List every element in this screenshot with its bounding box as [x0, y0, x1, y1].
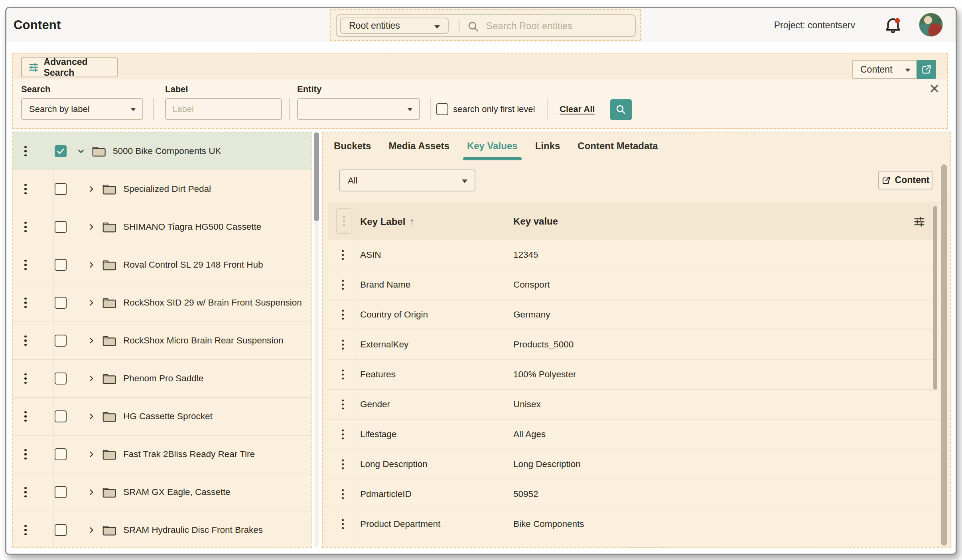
- tree-row[interactable]: SHIMANO Tiagra HG500 Cassette: [13, 208, 311, 246]
- user-avatar[interactable]: [919, 13, 943, 37]
- checkbox[interactable]: [55, 448, 67, 460]
- tree-row[interactable]: SRAM GX Eagle, Cassette: [13, 473, 311, 511]
- kebab-menu-icon[interactable]: [337, 280, 348, 290]
- table-row-partial[interactable]: [328, 539, 938, 548]
- key-filter-dropdown[interactable]: All: [339, 170, 475, 191]
- view-dropdown[interactable]: Content: [852, 60, 917, 79]
- kebab-menu-icon[interactable]: [337, 370, 348, 380]
- column-header-key-value[interactable]: Key value: [513, 216, 558, 227]
- folder-icon: [103, 449, 116, 460]
- table-row[interactable]: Country of Origin Germany: [328, 300, 938, 330]
- label-input[interactable]: [165, 98, 282, 120]
- kebab-menu-icon[interactable]: [13, 449, 38, 460]
- kebab-menu-icon[interactable]: [13, 525, 38, 536]
- table-row[interactable]: Gender Unisex: [328, 390, 938, 420]
- table-row[interactable]: Features 100% Polyester: [328, 360, 938, 390]
- table-row[interactable]: Lifestage All Ages: [328, 420, 938, 450]
- kebab-menu-icon[interactable]: [13, 335, 38, 346]
- content-button[interactable]: Content: [878, 171, 932, 189]
- chevron-right-icon[interactable]: [87, 375, 95, 383]
- tree-row[interactable]: Fast Trak 2Bliss Ready Rear Tire: [13, 436, 311, 473]
- chevron-right-icon[interactable]: [87, 337, 95, 345]
- search-icon: [615, 104, 627, 116]
- panel-scrollbar-thumb[interactable]: [941, 164, 947, 546]
- tab-links[interactable]: Links: [535, 140, 560, 157]
- checkbox[interactable]: [55, 410, 67, 422]
- kebab-menu-icon[interactable]: [13, 487, 38, 498]
- table-row[interactable]: PdmarticleID 50952: [328, 479, 938, 509]
- filter-columns-icon[interactable]: [913, 216, 925, 229]
- close-icon[interactable]: ✕: [929, 82, 940, 95]
- kebab-menu-icon[interactable]: [337, 340, 348, 350]
- table-row[interactable]: ASIN 12345: [328, 240, 938, 270]
- tree-row[interactable]: 5000 Bike Components UK: [13, 132, 311, 170]
- tab-media-assets[interactable]: Media Assets: [388, 140, 449, 157]
- tree-row[interactable]: SRAM Hydraulic Disc Front Brakes: [13, 511, 311, 548]
- kebab-menu-icon[interactable]: [13, 260, 38, 270]
- checkbox[interactable]: [55, 259, 67, 271]
- notifications-bell-icon[interactable]: [883, 15, 903, 35]
- global-search-input[interactable]: [486, 17, 632, 35]
- tree-row[interactable]: RockShox Micro Brain Rear Suspension: [13, 322, 311, 360]
- first-level-checkbox[interactable]: [436, 103, 448, 115]
- advanced-search-button[interactable]: Advanced Search: [21, 57, 118, 77]
- checkbox[interactable]: [55, 524, 67, 536]
- checkbox[interactable]: [55, 486, 67, 498]
- chevron-right-icon[interactable]: [87, 450, 95, 458]
- tree-row[interactable]: Specialized Dirt Pedal: [13, 170, 311, 208]
- checkbox[interactable]: [55, 221, 67, 233]
- column-header-key-label[interactable]: Key Label↑: [360, 215, 414, 228]
- kebab-menu-icon[interactable]: [13, 298, 38, 308]
- table-row[interactable]: Long Description Long Description: [328, 450, 938, 479]
- kebab-menu-icon[interactable]: [13, 146, 38, 157]
- kebab-menu-icon[interactable]: [337, 430, 348, 440]
- tree-row[interactable]: Phenom Pro Saddle: [13, 360, 311, 398]
- checkbox[interactable]: [55, 373, 67, 385]
- table-row[interactable]: Product Department Bike Components: [328, 509, 938, 539]
- chevron-down-icon[interactable]: [77, 147, 85, 155]
- kebab-menu-icon[interactable]: [337, 459, 348, 469]
- chevron-right-icon[interactable]: [87, 412, 95, 420]
- kebab-menu-icon[interactable]: [337, 250, 348, 260]
- chevron-right-icon[interactable]: [87, 261, 95, 269]
- kebab-menu-icon[interactable]: [337, 310, 348, 320]
- checkbox[interactable]: [55, 183, 67, 195]
- drag-handle[interactable]: [336, 208, 351, 234]
- chevron-right-icon[interactable]: [87, 223, 95, 231]
- kebab-menu-icon[interactable]: [337, 519, 348, 529]
- key-label-cell: Country of Origin: [360, 310, 428, 320]
- first-level-checkbox-label: search only first level: [453, 104, 535, 114]
- open-in-new-button[interactable]: [917, 60, 936, 79]
- chevron-right-icon[interactable]: [87, 526, 95, 534]
- checkbox[interactable]: [55, 297, 67, 309]
- entity-dropdown[interactable]: [297, 98, 420, 120]
- chevron-right-icon[interactable]: [87, 488, 95, 496]
- tab-buckets[interactable]: Buckets: [334, 140, 371, 157]
- chevron-right-icon[interactable]: [87, 299, 95, 307]
- kebab-menu-icon[interactable]: [337, 489, 348, 499]
- search-by-dropdown[interactable]: Search by label: [21, 98, 143, 120]
- kebab-menu-icon[interactable]: [337, 400, 348, 410]
- scope-dropdown[interactable]: Root entities: [340, 18, 449, 34]
- tree-row[interactable]: HG Cassette Sprocket: [13, 398, 311, 436]
- table-row[interactable]: ExternalKey Products_5000: [328, 330, 938, 360]
- tree-scrollbar-thumb[interactable]: [314, 132, 319, 221]
- kebab-menu-icon[interactable]: [13, 184, 38, 195]
- table-row[interactable]: Brand Name Consport: [328, 270, 938, 300]
- chevron-right-icon[interactable]: [87, 185, 95, 193]
- key-label-cell: ExternalKey: [360, 339, 408, 350]
- checkbox[interactable]: [55, 335, 67, 347]
- kebab-menu-icon[interactable]: [13, 222, 38, 233]
- checkbox-checked[interactable]: [55, 145, 67, 157]
- tab-content-metadata[interactable]: Content Metadata: [578, 140, 658, 157]
- tab-key-values[interactable]: Key Values: [467, 140, 518, 157]
- table-scrollbar-thumb[interactable]: [933, 206, 937, 390]
- key-label-cell: PdmarticleID: [360, 489, 412, 499]
- tree-row[interactable]: RockShox SID 29 w/ Brain Front Suspensio…: [13, 284, 311, 322]
- kebab-menu-icon[interactable]: [13, 373, 38, 384]
- folder-icon: [103, 297, 116, 309]
- kebab-menu-icon[interactable]: [13, 411, 38, 422]
- clear-all-link[interactable]: Clear All: [560, 104, 595, 114]
- tree-row[interactable]: Roval Control SL 29 148 Front Hub: [13, 246, 311, 284]
- search-submit-button[interactable]: [610, 99, 632, 120]
